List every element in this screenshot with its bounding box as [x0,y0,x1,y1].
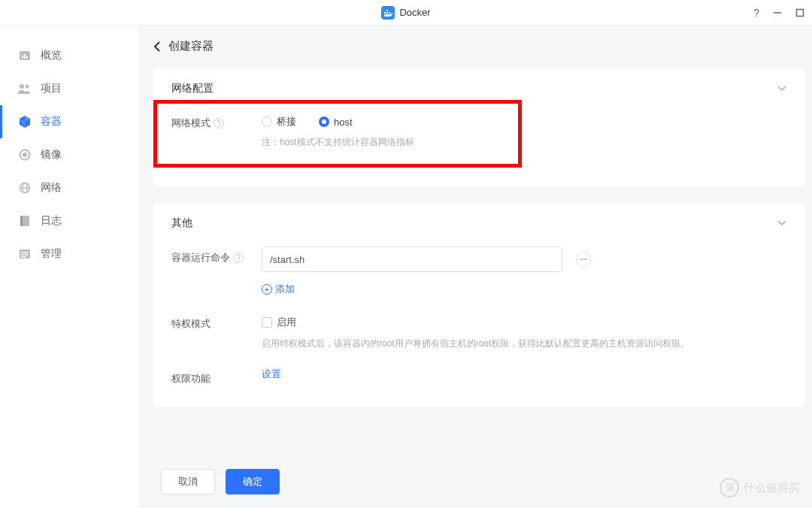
sidebar-item-label: 容器 [41,115,62,129]
chart-bar-icon [18,49,32,62]
radio-host[interactable]: host [319,116,353,128]
app-name: Docker [399,7,430,18]
disc-icon [18,148,32,162]
sidebar-item-label: 网络 [41,181,62,195]
users-icon [18,82,32,95]
docker-icon [381,6,395,20]
add-command-button[interactable]: + 添加 [262,283,786,296]
card-title: 网络配置 [171,82,214,95]
run-command-input[interactable] [262,246,562,272]
sidebar: 概览 项目 容器 镜像 网络 日志 管理 [0,26,138,508]
svg-rect-17 [21,254,29,256]
breadcrumb: 创建容器 [146,39,812,53]
sidebar-item-label: 镜像 [41,148,62,162]
radio-bridge[interactable]: 桥接 [262,115,296,129]
radio-dot [262,116,272,127]
list-icon [18,247,32,261]
minimize-button[interactable] [773,8,782,17]
back-button[interactable] [153,41,161,52]
network-mode-label: 网络模式 ? [171,112,262,130]
sidebar-item-log[interactable]: 日志 [0,204,138,237]
svg-rect-3 [22,56,23,59]
sidebar-item-label: 项目 [41,82,62,95]
network-config-card: 网络配置 网络模式 ? 桥接 [153,68,804,186]
card-title: 其他 [171,216,192,230]
svg-rect-16 [21,252,29,253]
app-title: Docker [381,6,430,20]
page-title: 创建容器 [168,39,214,53]
sidebar-item-manage[interactable]: 管理 [0,237,138,271]
window-controls: ? [753,7,804,19]
sidebar-item-project[interactable]: 项目 [0,72,138,105]
confirm-button[interactable]: 确定 [226,469,280,494]
network-mode-hint: 注：host模式不支持统计容器网络指标 [262,136,786,149]
capabilities-set-link[interactable]: 设置 [262,364,281,379]
privileged-checkbox[interactable]: 启用 [262,313,786,329]
svg-rect-5 [26,56,28,59]
other-settings-card: 其他 容器运行命令 ? [153,203,804,407]
help-button[interactable]: ? [753,7,759,19]
globe-icon [18,181,32,195]
privileged-label: 特权模式 [171,313,262,331]
help-icon[interactable]: ? [214,118,224,129]
cube-icon [18,115,32,129]
svg-rect-1 [797,9,804,16]
chevron-down-icon[interactable] [777,86,786,92]
cancel-button[interactable]: 取消 [161,469,215,494]
sidebar-item-label: 日志 [41,214,62,228]
radio-dot [319,116,329,127]
sidebar-item-label: 管理 [41,247,62,261]
sidebar-item-label: 概览 [41,49,62,62]
svg-point-7 [26,85,29,89]
privileged-description: 启用特权模式后，该容器内的root用户将拥有宿主机的root权限，获得比默认配置… [262,337,786,351]
footer-actions: 取消 确定 [146,458,812,508]
book-icon [18,214,32,228]
chevron-down-icon[interactable] [777,220,786,226]
help-icon[interactable]: ? [233,252,244,263]
capabilities-label: 权限功能 [171,367,262,386]
sidebar-item-image[interactable]: 镜像 [0,138,138,171]
sidebar-item-network[interactable]: 网络 [0,171,138,204]
svg-point-9 [23,153,26,156]
svg-rect-4 [24,54,26,59]
svg-rect-18 [21,256,26,258]
svg-rect-14 [20,216,23,226]
sidebar-item-overview[interactable]: 概览 [0,39,138,72]
run-command-label: 容器运行命令 ? [171,246,262,265]
titlebar: Docker ? [0,0,812,26]
maximize-button[interactable] [795,8,804,17]
plus-icon: + [262,284,272,295]
main-content: 创建容器 网络配置 网络模式 ? [138,26,812,508]
sidebar-item-container[interactable]: 容器 [0,105,138,138]
svg-point-6 [20,84,24,89]
remove-command-button[interactable] [576,252,591,267]
checkbox-box [262,317,272,328]
